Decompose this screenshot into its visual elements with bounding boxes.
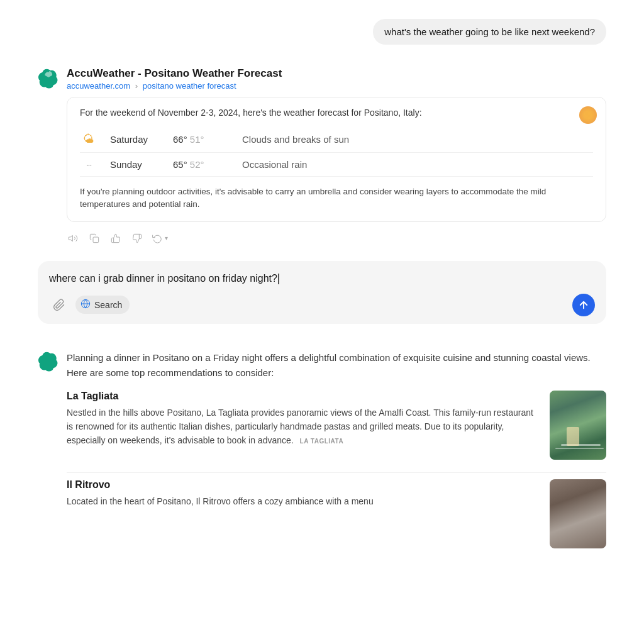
input-text-content: where can i grab dinner in positano on f… [49,273,277,284]
restaurant-desc-il-ritrovo: Located in the heart of Positano, Il Rit… [67,494,540,508]
sunday-day: Sunday [110,159,160,170]
speaker-icon[interactable] [67,232,79,245]
regen-chevron: ▾ [165,235,168,242]
source-breadcrumb: accuweather.com › positano weather forec… [67,81,606,91]
restaurant-card-il-ritrovo: Il Ritrovo Located in the heart of Posit… [67,479,606,548]
restaurant-header-la-tagliata: La Tagliata Nestled in the hills above P… [67,391,606,460]
input-left-controls: Search [49,295,130,315]
restaurant-desc-la-tagliata: Nestled in the hills above Positano, La … [67,406,540,448]
weather-footer-text: If you're planning outdoor activities, i… [80,186,593,211]
user-message-row-1: what's the weather going to be like next… [38,13,606,57]
response-intro-text: Planning a dinner in Positano on a Frida… [67,350,606,380]
source-header: AccuWeather - Positano Weather Forecast … [67,67,606,91]
restaurant-image-la-tagliata [550,391,606,460]
assistant-row-1: AccuWeather - Positano Weather Forecast … [38,67,606,245]
restaurant-image-il-ritrovo [550,479,606,548]
search-button[interactable]: Search [75,296,130,314]
chat-input-area[interactable]: where can i grab dinner in positano on f… [38,261,606,324]
user-bubble-1: what's the weather going to be like next… [373,19,606,45]
restaurant-header-il-ritrovo: Il Ritrovo Located in the heart of Posit… [67,479,606,548]
action-icons-row: ▾ [67,232,606,245]
restaurant-card-la-tagliata: La Tagliata Nestled in the hills above P… [67,391,606,460]
weather-card: For the weekend of November 2-3, 2024, h… [67,97,606,222]
sunday-temp: 65° 52° [173,159,230,170]
search-label: Search [94,300,122,310]
source-title: AccuWeather - Positano Weather Forecast [67,67,606,80]
globe-icon [80,299,91,311]
thumbs-down-icon[interactable] [131,232,143,245]
restaurant-divider [67,472,606,473]
chatgpt-icon-2 [38,352,58,372]
restaurant-tag-la-tagliata: LA TAGLIATA [300,436,344,447]
restaurant-info-il-ritrovo: Il Ritrovo Located in the heart of Posit… [67,479,540,508]
breadcrumb-sep: › [135,81,138,91]
saturday-weather-icon: 🌤 [80,133,97,146]
svg-rect-0 [93,237,99,243]
saturday-desc: Clouds and breaks of sun [242,134,349,145]
weather-row-saturday: 🌤 Saturday 66° 51° Clouds and breaks of … [80,126,593,153]
thumbs-up-icon[interactable] [109,232,122,245]
input-controls-row: Search [49,294,595,316]
restaurant-info-la-tagliata: La Tagliata Nestled in the hills above P… [67,391,540,448]
sunday-weather-icon: ··· [80,160,97,170]
text-cursor [278,274,279,284]
regenerate-icon[interactable]: ▾ [152,233,168,243]
input-text-display[interactable]: where can i grab dinner in positano on f… [49,271,595,286]
source-link[interactable]: accuweather.com [67,81,130,91]
sunday-desc: Occasional rain [242,159,307,170]
assistant-row-2: Planning a dinner in Positano on a Frida… [38,350,606,561]
restaurant-name-il-ritrovo: Il Ritrovo [67,479,540,491]
weather-row-sunday: ··· Sunday 65° 52° Occasional rain [80,153,593,177]
chat-container: what's the weather going to be like next… [0,0,644,574]
send-button[interactable] [572,294,595,316]
copy-icon[interactable] [88,232,101,245]
restaurant-image-placeholder-la-tagliata [550,391,606,460]
saturday-day: Saturday [110,134,160,145]
attach-button[interactable] [49,295,69,315]
restaurant-image-placeholder-il-ritrovo [550,479,606,548]
breadcrumb-page: positano weather forecast [143,81,236,91]
user-message-text-1: what's the weather going to be like next… [384,26,595,37]
weather-intro-text: For the weekend of November 2-3, 2024, h… [80,108,593,118]
assistant-content-2: Planning a dinner in Positano on a Frida… [67,350,606,561]
chatgpt-icon [38,69,58,89]
accuweather-badge [579,106,597,124]
saturday-temp: 66° 51° [173,134,230,145]
restaurant-name-la-tagliata: La Tagliata [67,391,540,402]
assistant-content-1: AccuWeather - Positano Weather Forecast … [67,67,606,245]
